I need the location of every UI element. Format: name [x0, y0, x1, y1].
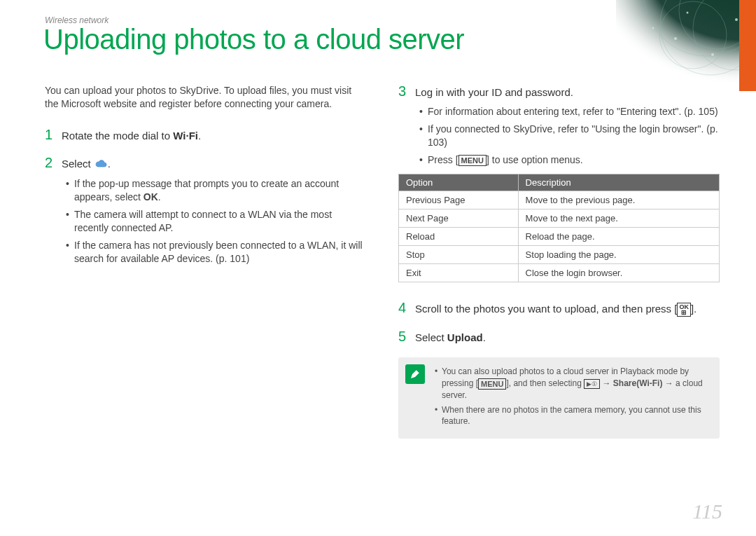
step-1: 1 Rotate the mode dial to Wi·Fi. [45, 128, 366, 143]
step-text: Log in with your ID and password. [415, 84, 573, 99]
table-row: Next PageMove to the next page. [399, 209, 720, 227]
step-number: 2 [45, 156, 55, 170]
step-number: 1 [45, 128, 55, 142]
cloud-icon [94, 158, 108, 172]
list-item: If the pop-up message that prompts you t… [66, 177, 366, 204]
table-row: ReloadReload the page. [399, 227, 720, 245]
pen-icon [405, 364, 425, 384]
svg-point-9 [687, 12, 689, 14]
right-column: 3 Log in with your ID and password. For … [398, 84, 720, 439]
table-header: Description [518, 174, 719, 191]
page-number: 115 [692, 500, 722, 523]
step-text: Select . [62, 156, 111, 172]
table-row: ExitClose the login browser. [399, 263, 720, 282]
list-item: For information about entering text, ref… [419, 105, 720, 118]
step-3-bullets: For information about entering text, ref… [419, 105, 720, 167]
intro-text: You can upload your photos to SkyDrive. … [45, 84, 366, 111]
step-3: 3 Log in with your ID and password. For … [398, 84, 720, 282]
step-4: 4 Scroll to the photos you want to uploa… [398, 301, 720, 317]
table-row: Previous PageMove to the previous page. [399, 191, 720, 209]
note-box: You can also upload photos to a cloud se… [398, 357, 720, 439]
svg-point-7 [711, 53, 714, 56]
list-item: The camera will attempt to connect to a … [66, 208, 366, 235]
menu-key-icon: MENU [458, 155, 486, 166]
playback-key-icon: ▶① [584, 379, 600, 389]
section-tab [739, 0, 756, 91]
step-number: 4 [398, 301, 408, 315]
menu-key-icon: MENU [478, 378, 506, 390]
list-item: When there are no photos in the camera m… [435, 404, 710, 428]
page-title: Uploading photos to a cloud server [43, 24, 464, 55]
content-area: You can upload your photos to SkyDrive. … [45, 84, 720, 439]
svg-point-10 [652, 27, 654, 29]
decorative-background [532, 0, 756, 91]
list-item: If you connected to SkyDrive, refer to "… [419, 123, 720, 149]
step-2-bullets: If the pop-up message that prompts you t… [66, 177, 366, 265]
step-5: 5 Select Upload. [398, 329, 720, 345]
svg-point-6 [674, 37, 677, 40]
ok-key-icon: OK⊞ [677, 303, 691, 317]
step-text: Rotate the mode dial to Wi·Fi. [62, 128, 201, 143]
list-item: If the camera has not previously been co… [66, 239, 366, 266]
options-table: Option Description Previous PageMove to … [398, 174, 720, 282]
svg-point-8 [735, 18, 738, 21]
step-text: Select Upload. [415, 329, 486, 345]
list-item: Press [MENU] to use option menus. [419, 153, 720, 167]
step-2: 2 Select . If the pop-up message that pr… [45, 156, 366, 266]
svg-rect-0 [616, 0, 756, 91]
step-text: Scroll to the photos you want to upload,… [415, 301, 696, 317]
left-column: You can upload your photos to SkyDrive. … [45, 84, 366, 439]
step-number: 3 [398, 84, 408, 98]
wifi-icon: Wi·Fi [173, 130, 198, 142]
table-row: StopStop loading the page. [399, 245, 720, 263]
step-number: 5 [398, 329, 408, 343]
table-header: Option [399, 174, 519, 191]
list-item: You can also upload photos to a cloud se… [435, 366, 710, 401]
